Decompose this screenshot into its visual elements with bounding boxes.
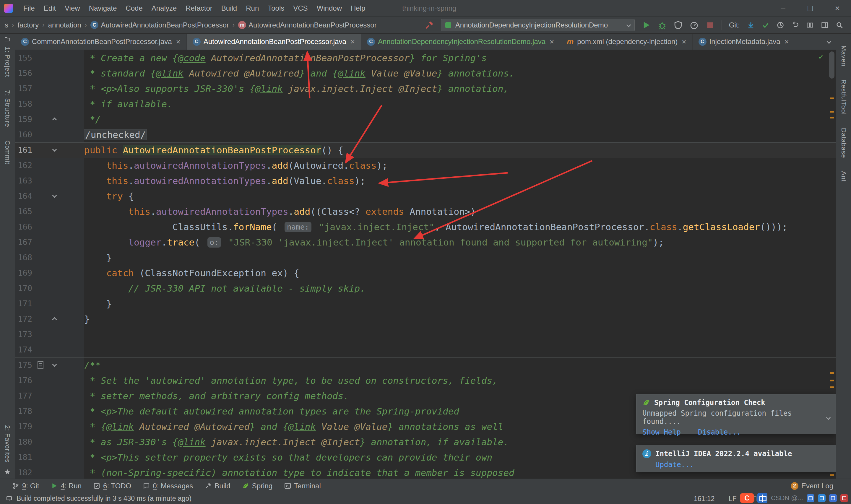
- menu-window[interactable]: Window: [312, 4, 346, 13]
- code-line[interactable]: 176 * Set the 'autowired' annotation typ…: [15, 373, 836, 388]
- tool-button-ant[interactable]: Ant: [840, 171, 848, 182]
- code-line[interactable]: 172}: [15, 311, 836, 327]
- code-line[interactable]: 169 catch (ClassNotFoundException ex) {: [15, 265, 836, 281]
- menu-vcs[interactable]: VCS: [289, 4, 312, 13]
- close-icon[interactable]: ×: [350, 37, 355, 47]
- menu-code[interactable]: Code: [121, 4, 147, 13]
- code-line[interactable]: 163 this.autowiredAnnotationTypes.add(Va…: [15, 173, 836, 188]
- caret-position[interactable]: 161:12: [694, 494, 714, 503]
- code-line[interactable]: 168 }: [15, 250, 836, 265]
- breadcrumb-item[interactable]: mAutowiredAnnotationBeanPostProcessor: [238, 21, 377, 29]
- debug-button[interactable]: [658, 21, 667, 30]
- scrollbar-thumb[interactable]: [829, 51, 834, 78]
- profiler-button[interactable]: [690, 21, 699, 30]
- commit-icon[interactable]: [762, 21, 769, 29]
- toolwindow-terminal[interactable]: Terminal: [278, 482, 327, 490]
- fold-down-icon[interactable]: [52, 362, 57, 367]
- toolwindow-9-git[interactable]: 9: Git: [6, 482, 45, 490]
- tool-button-2-favorites[interactable]: 2: Favorites: [3, 425, 11, 463]
- toolwindow-4-run[interactable]: 4: Run: [45, 482, 88, 490]
- breadcrumb-item[interactable]: s: [5, 21, 8, 29]
- fold-up-icon[interactable]: [52, 317, 57, 322]
- menu-file[interactable]: File: [19, 4, 39, 13]
- chevron-down-icon[interactable]: [826, 415, 830, 419]
- stop-button[interactable]: [706, 21, 714, 30]
- code-line[interactable]: 174: [15, 342, 836, 358]
- code-line[interactable]: 161public AutowiredAnnotationBeanPostPro…: [15, 142, 836, 158]
- disable-link[interactable]: Disable...: [698, 428, 741, 436]
- code-line[interactable]: 167 logger.trace( o: "JSR-330 'javax.inj…: [15, 235, 836, 250]
- menu-navigate[interactable]: Navigate: [85, 4, 122, 13]
- menu-analyze[interactable]: Analyze: [147, 4, 181, 13]
- tool-button-database[interactable]: Database: [840, 128, 848, 158]
- code-line[interactable]: 165 this.autowiredAnnotationTypes.add((C…: [15, 204, 836, 219]
- breadcrumb-item[interactable]: annotation: [48, 21, 81, 29]
- editor-layout-icon[interactable]: [821, 21, 829, 29]
- code-line[interactable]: 166 ClassUtils.forName( name: "javax.inj…: [15, 219, 836, 235]
- fold-up-icon[interactable]: [52, 118, 57, 122]
- rendered-doc-toggle-icon[interactable]: [38, 361, 43, 369]
- search-icon[interactable]: [836, 21, 843, 29]
- fold-down-icon[interactable]: [52, 193, 57, 198]
- maximize-icon[interactable]: □: [797, 0, 824, 16]
- code-line[interactable]: 164 try {: [15, 188, 836, 204]
- breadcrumb-item[interactable]: CAutowiredAnnotationBeanPostProcessor: [90, 21, 229, 29]
- close-icon[interactable]: ×: [176, 37, 181, 47]
- code-line[interactable]: 155 * Create a new {@code AutowiredAnnot…: [15, 50, 836, 66]
- tool-button-restfultool[interactable]: RestfulTool: [840, 79, 848, 115]
- tab[interactable]: CCommonAnnotationBeanPostProcessor.java×: [15, 34, 187, 50]
- tool-button-1-project[interactable]: 1: Project: [3, 47, 11, 77]
- code-line[interactable]: 156 * standard {@link Autowired @Autowir…: [15, 66, 836, 81]
- toolwindow-6-todo[interactable]: 6: TODO: [88, 482, 137, 490]
- line-ending[interactable]: LF: [729, 494, 737, 503]
- code-line[interactable]: 171 }: [15, 296, 836, 311]
- menu-refactor[interactable]: Refactor: [181, 4, 217, 13]
- code-line[interactable]: 173: [15, 327, 836, 342]
- show-help-link[interactable]: Show Help: [642, 428, 681, 436]
- run-config-selector[interactable]: AnnotationDependencyInjectionResolutionD…: [441, 19, 635, 31]
- close-icon[interactable]: ×: [682, 37, 686, 47]
- menu-tools[interactable]: Tools: [263, 4, 289, 13]
- code-line[interactable]: 159 */: [15, 112, 836, 127]
- update-link[interactable]: Update...: [655, 461, 694, 469]
- code-line[interactable]: 160/unchecked/: [15, 127, 836, 142]
- close-icon[interactable]: ×: [549, 37, 554, 47]
- breadcrumb-item[interactable]: factory: [17, 21, 39, 29]
- menu-run[interactable]: Run: [241, 4, 263, 13]
- menu-edit[interactable]: Edit: [39, 4, 60, 13]
- menu-view[interactable]: View: [60, 4, 85, 13]
- update-project-icon[interactable]: [747, 21, 755, 29]
- coverage-button[interactable]: [674, 21, 683, 30]
- minimize-icon[interactable]: –: [769, 0, 797, 16]
- project-folder-icon[interactable]: [4, 36, 11, 42]
- build-hammer-icon[interactable]: [425, 21, 434, 30]
- editor[interactable]: 155 * Create a new {@code AutowiredAnnot…: [15, 50, 836, 479]
- favorites-star-icon[interactable]: [4, 469, 11, 475]
- toolwindow-spring[interactable]: Spring: [236, 482, 278, 490]
- compare-icon[interactable]: [806, 21, 814, 29]
- close-icon[interactable]: ×: [784, 37, 789, 47]
- history-icon[interactable]: [777, 21, 784, 29]
- toolwindow-0-messages[interactable]: 0: Messages: [137, 482, 199, 490]
- tool-button-commit[interactable]: Commit: [3, 140, 11, 165]
- run-button[interactable]: [642, 21, 651, 30]
- code-line[interactable]: 162 this.autowiredAnnotationTypes.add(Au…: [15, 158, 836, 173]
- hidden-tabs-icon[interactable]: [827, 39, 832, 44]
- inspections-ok-icon[interactable]: ✓: [818, 52, 823, 61]
- code-line[interactable]: 158 * if available.: [15, 96, 836, 112]
- tool-button-maven[interactable]: Maven: [840, 46, 848, 67]
- tab[interactable]: mpom.xml (dependency-injection)×: [560, 34, 692, 50]
- tab[interactable]: CAutowiredAnnotationBeanPostProcessor.ja…: [187, 34, 361, 50]
- code-line[interactable]: 170 // JSR-330 API not available - simpl…: [15, 281, 836, 296]
- code-line[interactable]: 175/**: [15, 358, 836, 373]
- tool-button-7-structure[interactable]: 7: Structure: [3, 90, 11, 127]
- toolwindow-build[interactable]: Build: [199, 482, 236, 490]
- menu-help[interactable]: Help: [346, 4, 370, 13]
- rollback-icon[interactable]: [791, 21, 799, 29]
- fold-down-icon[interactable]: [52, 147, 57, 152]
- tab[interactable]: CAnnotationDependencyInjectionResolution…: [361, 34, 560, 50]
- event-log-button[interactable]: 2 Event Log: [791, 482, 833, 490]
- tab[interactable]: CInjectionMetadata.java×: [693, 34, 795, 50]
- close-icon[interactable]: ×: [824, 0, 851, 16]
- menu-build[interactable]: Build: [217, 4, 241, 13]
